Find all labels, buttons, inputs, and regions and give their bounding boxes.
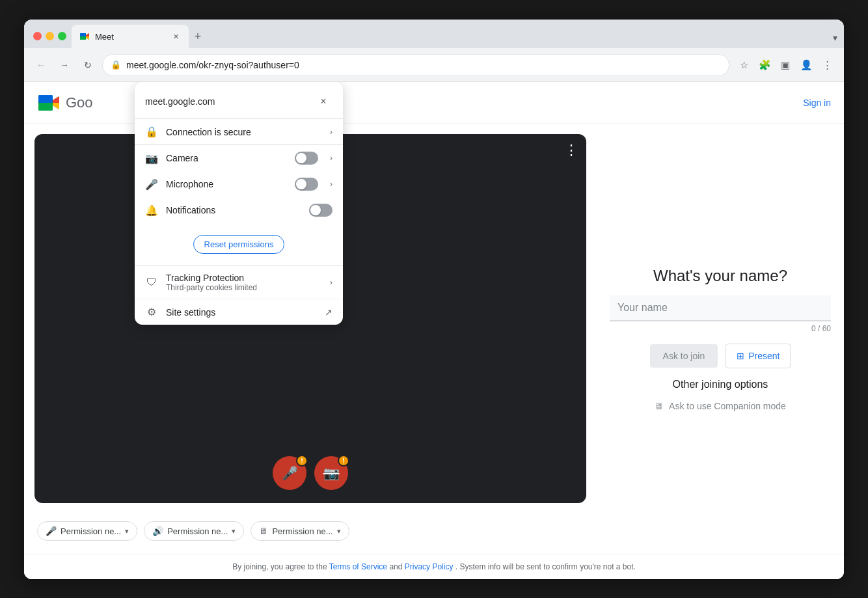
tracking-label: Tracking Protection [166,273,322,283]
name-input-wrap: 0 / 60 [610,295,831,333]
tab-chevron-icon: ▾ [833,33,837,43]
other-options-title: Other joining options [673,379,768,390]
page-content: Goo Sign in ⋮ 🎤 ! [24,82,844,579]
svg-marker-11 [53,103,59,109]
back-button[interactable]: ← [32,56,50,74]
companion-label: Ask to use Companion mode [669,401,786,411]
char-count: 0 / 60 [610,324,831,333]
profile-button[interactable]: 👤 [797,56,815,74]
speaker-perm-icon: 🔊 [152,526,163,536]
video-more-button[interactable]: ⋮ [564,142,578,159]
microphone-permission-row[interactable]: 🎤 Microphone › [135,171,343,197]
reset-permissions-button[interactable]: Reset permissions [193,235,285,254]
privacy-policy-link[interactable]: Privacy Policy [405,562,454,571]
minimize-window-button[interactable] [46,32,54,40]
notifications-toggle[interactable] [309,204,332,217]
menu-button[interactable]: ⋮ [818,56,836,74]
window-controls [31,32,72,48]
connection-row[interactable]: 🔒 Connection is secure › [135,119,343,145]
lock-icon: 🔒 [111,60,121,70]
mic-perm-icon: 🎤 [46,526,57,536]
permission-bar: 🎤 Permission ne... ▾ 🔊 Permission ne... … [24,513,597,549]
tracking-content: Tracking Protection Third-party cookies … [166,273,322,292]
extensions-button[interactable]: 🧩 [755,56,774,74]
footer-text-mid: and [389,562,404,571]
whats-your-name-heading: What's your name? [653,267,787,285]
mic-toggle-knob [296,179,306,189]
camera-chevron-icon: › [330,154,332,163]
meet-logo-icon [37,91,61,115]
forward-button[interactable]: → [55,56,74,74]
active-tab[interactable]: Meet ✕ [72,25,189,48]
mute-warning-badge: ! [296,455,308,467]
camera-warning-badge: ! [338,455,349,467]
screen-perm-chevron-icon: ▾ [337,527,341,536]
connection-chevron-icon: › [330,128,332,137]
site-settings-row[interactable]: ⚙ Site settings ↗ [135,299,343,325]
popup-close-button[interactable]: × [314,92,332,111]
meet-logo-area: Goo [37,91,93,115]
bookmark-button[interactable]: ☆ [735,56,753,74]
address-text: meet.google.com/okr-znyq-soi?authuser=0 [126,60,721,70]
popup-domain: meet.google.com [145,96,215,107]
screen-perm-icon: 🖥 [259,526,268,536]
camera-off-button[interactable]: 📷 ! [314,456,348,490]
new-tab-button[interactable]: + [189,27,207,46]
notifications-toggle-knob [310,205,321,215]
split-view-button[interactable]: ▣ [776,56,794,74]
reset-section: Reset permissions [135,223,343,265]
tracking-protection-row[interactable]: 🛡 Tracking Protection Third-party cookie… [135,266,343,299]
mic-perm-label: Permission ne... [61,526,121,536]
present-label: Present [748,351,780,361]
notifications-permission-row[interactable]: 🔔 Notifications [135,197,343,223]
notifications-perm-icon: 🔔 [145,204,158,217]
video-controls: 🎤 ! 📷 ! [273,456,348,490]
svg-rect-8 [38,95,53,103]
maximize-window-button[interactable] [58,32,66,40]
refresh-button[interactable]: ↻ [79,56,97,74]
close-window-button[interactable] [33,32,42,40]
camera-toggle[interactable] [295,152,318,165]
sign-in-button[interactable]: Sign in [803,98,831,108]
tracking-chevron-icon: › [330,278,332,287]
present-icon: ⊞ [737,351,744,361]
companion-icon: 🖥 [655,401,664,411]
camera-perm-icon: 📷 [145,152,158,165]
tab-close-button[interactable]: ✕ [170,31,181,42]
screen-permission-button[interactable]: 🖥 Permission ne... ▾ [251,521,349,541]
camera-permission-row[interactable]: 📷 Camera › [135,145,343,171]
name-input[interactable] [610,295,831,321]
speaker-permission-button[interactable]: 🔊 Permission ne... ▾ [144,521,244,541]
present-button[interactable]: ⊞ Present [726,344,791,368]
address-input-wrap[interactable]: 🔒 meet.google.com/okr-znyq-soi?authuser=… [102,54,729,76]
footer-text-before: By joining, you agree to the [232,562,329,571]
site-settings-external-icon: ↗ [325,307,332,318]
svg-rect-2 [80,33,86,36]
address-bar: ← → ↻ 🔒 meet.google.com/okr-znyq-soi?aut… [24,48,844,82]
ask-to-join-button[interactable]: Ask to join [650,344,718,368]
mic-toggle[interactable] [295,178,318,191]
svg-rect-4 [80,36,86,40]
speaker-perm-chevron-icon: ▾ [232,527,236,536]
mute-button[interactable]: 🎤 ! [273,456,306,490]
camera-perm-label: Camera [166,153,287,163]
join-buttons: Ask to join ⊞ Present [650,344,791,368]
camera-off-icon: 📷 [323,465,340,481]
lock-secure-icon: 🔒 [145,126,158,138]
tracking-sub: Third-party cookies limited [166,283,322,292]
mic-permission-button[interactable]: 🎤 Permission ne... ▾ [37,521,137,541]
mic-popup-icon: 🎤 [145,178,158,191]
tracking-icon: 🛡 [145,277,158,288]
svg-marker-9 [53,96,59,103]
camera-toggle-knob [296,153,306,163]
mic-perm-chevron-icon: ▾ [125,527,129,536]
meet-footer: By joining, you agree to the Terms of Se… [24,554,844,579]
terms-of-service-link[interactable]: Terms of Service [329,562,387,571]
tab-title: Meet [95,32,165,42]
companion-mode-row: 🖥 Ask to use Companion mode [655,401,786,411]
mic-chevron-icon: › [330,180,332,189]
site-info-popup: meet.google.com × 🔒 Connection is secure… [135,82,343,325]
site-settings-icon: ⚙ [145,306,158,318]
connection-label: Connection is secure [166,127,322,137]
popup-header: meet.google.com × [135,82,343,119]
